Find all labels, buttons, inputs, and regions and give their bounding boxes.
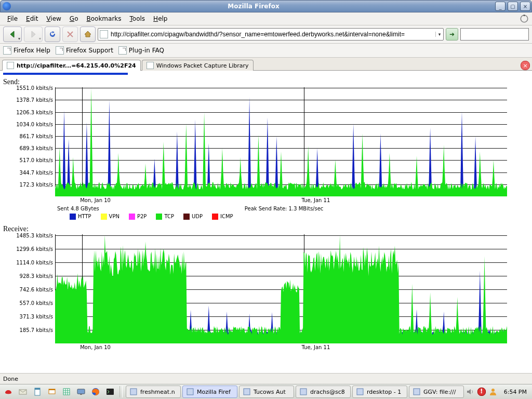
back-button[interactable]: ▾ bbox=[3, 26, 22, 42]
tab-close-button[interactable]: × bbox=[521, 61, 530, 70]
y-tick: 517.0 kbits/s bbox=[20, 157, 55, 163]
launcher-redhat[interactable] bbox=[2, 385, 15, 398]
menu-tools[interactable]: Tools bbox=[126, 14, 150, 23]
task-3[interactable]: drachs@sc8 bbox=[296, 385, 351, 398]
launcher-firefox[interactable] bbox=[89, 385, 102, 398]
legend-item: HTTP bbox=[70, 214, 91, 220]
taskbar-clock[interactable]: 6:54 PM bbox=[501, 389, 530, 395]
bookmark-firefox-help[interactable]: Firefox Help bbox=[3, 46, 50, 55]
page-viewport: Send:172.3 kbits/s344.7 kbits/s517.0 kbi… bbox=[0, 71, 532, 373]
menu-help[interactable]: Help bbox=[149, 14, 171, 23]
task-icon bbox=[186, 388, 194, 396]
svg-rect-17 bbox=[414, 389, 420, 395]
forward-button[interactable]: ▾ bbox=[24, 26, 43, 42]
menu-file[interactable]: File bbox=[3, 14, 22, 23]
stat-left: Sent 4.8 GBytes bbox=[57, 206, 99, 211]
go-button[interactable]: ➜ bbox=[446, 28, 458, 41]
page-accent-bar bbox=[3, 73, 128, 75]
task-4[interactable]: rdesktop - 1 bbox=[352, 385, 407, 398]
close-button[interactable]: × bbox=[520, 2, 530, 11]
y-tick: 344.7 kbits/s bbox=[20, 169, 55, 175]
y-tick: 371.3 kbits/s bbox=[20, 314, 55, 320]
legend-item: VPN bbox=[101, 214, 119, 220]
svg-rect-9 bbox=[80, 394, 82, 395]
search-input[interactable] bbox=[464, 30, 532, 38]
menu-bookmarks[interactable]: Bookmarks bbox=[82, 14, 125, 23]
x-tick: Mon, Jan 10 bbox=[80, 343, 111, 350]
task-icon bbox=[413, 388, 421, 396]
y-tick: 172.3 kbits/s bbox=[20, 181, 55, 187]
window-titlebar: Mozilla Firefox _ ▢ × bbox=[0, 0, 532, 12]
launcher-impress[interactable] bbox=[46, 385, 58, 398]
task-icon bbox=[243, 388, 251, 396]
url-bar[interactable]: ▾ bbox=[98, 28, 444, 41]
nav-toolbar: ▾ ▾ ▾ ➜ bbox=[0, 25, 532, 44]
chart-title: Receive: bbox=[3, 225, 531, 233]
home-button[interactable] bbox=[80, 26, 96, 42]
svg-rect-16 bbox=[357, 389, 363, 395]
bookmark-firefox-support[interactable]: Firefox Support bbox=[56, 46, 113, 55]
launcher-display[interactable] bbox=[75, 385, 87, 398]
y-tick: 1485.3 kbits/s bbox=[16, 233, 55, 238]
search-box[interactable] bbox=[460, 28, 529, 41]
tab-icon bbox=[147, 62, 154, 69]
bookmark-plugin-faq[interactable]: Plug-in FAQ bbox=[118, 46, 164, 55]
y-tick: 1114.0 kbits/s bbox=[16, 260, 55, 265]
stop-button[interactable] bbox=[62, 26, 78, 42]
tab-1[interactable]: Windows Packet Capture Library bbox=[142, 60, 254, 71]
task-icon bbox=[299, 388, 308, 396]
status-text: Done bbox=[3, 376, 18, 382]
url-input[interactable] bbox=[110, 31, 435, 38]
task-5[interactable]: GGV: file:/// bbox=[409, 385, 464, 398]
maximize-button[interactable]: ▢ bbox=[508, 2, 518, 11]
launcher-terminal[interactable] bbox=[104, 385, 116, 398]
bookmarks-toolbar: Firefox Help Firefox Support Plug-in FAQ bbox=[0, 44, 532, 58]
app-icon bbox=[3, 2, 11, 10]
launcher-calc[interactable] bbox=[60, 385, 73, 398]
menu-view[interactable]: View bbox=[42, 14, 65, 23]
svg-point-1 bbox=[524, 15, 525, 16]
y-tick: 1034.0 kbits/s bbox=[16, 121, 55, 127]
task-0[interactable]: freshmeat.n bbox=[126, 385, 181, 398]
user-icon[interactable] bbox=[489, 388, 497, 396]
task-icon bbox=[356, 388, 364, 396]
system-taskbar: freshmeat.nMozilla FirefTucows Autdrachs… bbox=[0, 384, 532, 399]
bookmark-icon bbox=[3, 46, 11, 55]
volume-icon[interactable] bbox=[466, 388, 474, 396]
status-bar: Done bbox=[0, 373, 532, 384]
legend-item: TCP bbox=[156, 214, 174, 220]
system-tray: ! bbox=[466, 388, 497, 396]
reload-button[interactable] bbox=[45, 26, 60, 42]
launcher-writer[interactable] bbox=[31, 385, 44, 398]
tab-icon bbox=[7, 62, 14, 69]
svg-rect-14 bbox=[244, 389, 250, 395]
stat-right: Peak Send Rate: 1.3 MBits/sec bbox=[245, 206, 323, 211]
url-history-drop[interactable]: ▾ bbox=[435, 32, 443, 37]
menu-edit[interactable]: Edit bbox=[22, 14, 42, 23]
alert-icon[interactable]: ! bbox=[477, 388, 486, 396]
task-2[interactable]: Tucows Aut bbox=[239, 385, 294, 398]
y-tick: 861.7 kbits/s bbox=[20, 134, 55, 139]
y-tick: 1299.6 kbits/s bbox=[16, 246, 55, 252]
task-1[interactable]: Mozilla Firef bbox=[182, 385, 237, 398]
bookmark-icon bbox=[56, 46, 64, 55]
menu-go[interactable]: Go bbox=[65, 14, 83, 23]
x-tick: Tue, Jan 11 bbox=[302, 343, 330, 350]
chart-title: Send: bbox=[3, 78, 531, 86]
y-tick: 557.0 kbits/s bbox=[20, 300, 55, 306]
svg-rect-7 bbox=[63, 389, 70, 395]
page-icon bbox=[100, 30, 108, 38]
svg-rect-12 bbox=[130, 389, 137, 395]
y-tick: 185.7 kbits/s bbox=[20, 327, 55, 333]
svg-rect-8 bbox=[77, 389, 85, 394]
x-tick: Mon, Jan 10 bbox=[80, 196, 111, 203]
launcher-mail[interactable] bbox=[17, 385, 29, 398]
legend-item: UDP bbox=[183, 214, 203, 220]
tab-0[interactable]: http://cipafilter...=64.215.40.0%2F24 bbox=[2, 60, 141, 71]
x-tick: Tue, Jan 11 bbox=[302, 196, 330, 203]
svg-rect-11 bbox=[107, 389, 114, 395]
y-tick: 742.6 kbits/s bbox=[20, 287, 55, 292]
minimize-button[interactable]: _ bbox=[495, 2, 506, 11]
window-title: Mozilla Firefox bbox=[228, 3, 279, 10]
svg-rect-4 bbox=[35, 388, 40, 390]
